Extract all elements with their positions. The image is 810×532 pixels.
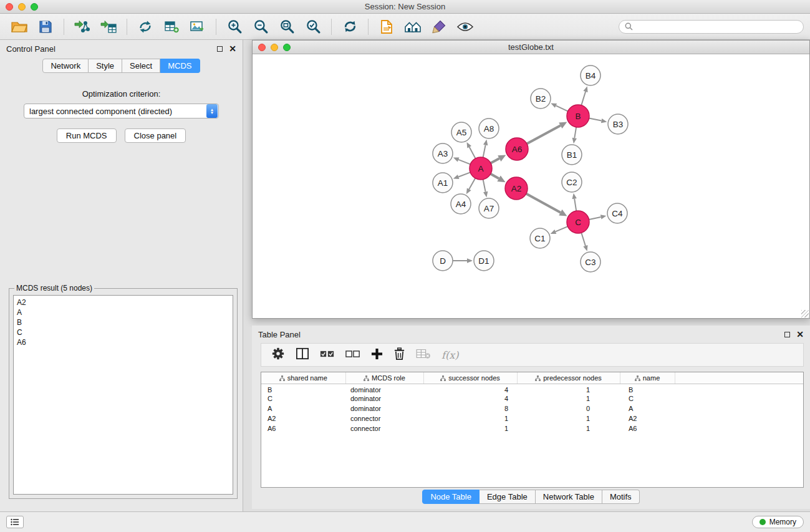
network-edge-A-A5[interactable] — [470, 147, 476, 158]
network-edge-B-B3[interactable] — [589, 118, 602, 121]
tab-node-table[interactable]: Node Table — [422, 490, 480, 504]
tab-motifs[interactable]: Motifs — [602, 490, 640, 504]
close-table-panel-icon[interactable]: ✕ — [796, 331, 804, 338]
network-node-A3[interactable]: A3 — [433, 143, 453, 163]
network-node-B2[interactable]: B2 — [531, 89, 551, 109]
search-input[interactable] — [636, 22, 798, 31]
tab-select[interactable]: Select — [122, 59, 160, 73]
network-edge-A-A8[interactable] — [483, 145, 486, 158]
network-node-C4[interactable]: C4 — [607, 203, 627, 223]
network-node-A5[interactable]: A5 — [451, 122, 471, 142]
network-node-B3[interactable]: B3 — [608, 114, 628, 134]
save-session-button[interactable] — [34, 16, 57, 37]
network-node-A4[interactable]: A4 — [451, 194, 471, 214]
mcds-result-item[interactable]: C — [17, 327, 229, 337]
apply-style-button[interactable] — [428, 16, 450, 37]
select-all-columns-button[interactable] — [320, 349, 335, 361]
network-node-B[interactable]: B — [567, 105, 589, 127]
zoom-fit-button[interactable] — [276, 16, 298, 37]
tab-network[interactable]: Network — [42, 59, 89, 73]
network-edge-A2-C[interactable] — [526, 194, 561, 213]
show-hide-button[interactable] — [454, 16, 476, 37]
delete-column-button[interactable] — [393, 347, 405, 363]
network-edge-B-B2[interactable] — [556, 105, 568, 111]
memory-button[interactable]: Memory — [752, 516, 804, 528]
network-edge-A6-B[interactable] — [527, 125, 561, 143]
network-node-A6[interactable]: A6 — [506, 138, 528, 160]
network-edge-A-A4[interactable] — [469, 178, 475, 190]
network-node-A7[interactable]: A7 — [479, 198, 499, 218]
close-panel-button[interactable]: Close panel — [125, 128, 186, 143]
network-edge-A-A1[interactable] — [458, 172, 470, 177]
network-node-A[interactable]: A — [470, 157, 492, 180]
network-edge-A-A2[interactable] — [491, 174, 499, 179]
refresh-button[interactable] — [339, 16, 361, 37]
table-row[interactable]: Cdominator41C — [261, 394, 803, 404]
criterion-dropdown[interactable]: largest connected component (directed) ▲… — [24, 104, 219, 118]
import-table-button[interactable] — [97, 16, 120, 37]
table-settings-button[interactable] — [271, 347, 285, 363]
resize-grip[interactable] — [801, 310, 809, 317]
close-panel-icon[interactable]: ✕ — [229, 45, 236, 52]
network-node-A1[interactable]: A1 — [433, 173, 453, 193]
network-edge-C-C3[interactable] — [581, 233, 586, 246]
network-node-A2[interactable]: A2 — [505, 177, 528, 200]
column-header-predecessor-nodes[interactable]: predecessor nodes — [517, 372, 620, 384]
network-edge-C-C4[interactable] — [589, 217, 601, 220]
network-node-D[interactable]: D — [433, 251, 453, 271]
add-column-button[interactable] — [371, 348, 383, 362]
network-edge-A-A3[interactable] — [458, 160, 470, 165]
import-network-button[interactable] — [71, 16, 94, 37]
run-mcds-button[interactable]: Run MCDS — [57, 128, 117, 143]
tab-edge-table[interactable]: Edge Table — [480, 490, 536, 504]
network-edge-C-C2[interactable] — [574, 199, 576, 211]
tab-style[interactable]: Style — [89, 59, 122, 73]
network-node-C[interactable]: C — [567, 211, 589, 233]
mcds-result-item[interactable]: B — [17, 317, 229, 327]
zoom-out-button[interactable] — [249, 16, 272, 37]
network-edge-B-B4[interactable] — [581, 92, 586, 105]
network-svg[interactable]: B4B2BB3A5A8A6B1A3AC2A1A2A4A7C4CC1C3DD1 — [253, 55, 809, 318]
function-builder-button[interactable]: f(x) — [441, 349, 458, 361]
float-panel-icon[interactable] — [217, 46, 223, 52]
unselect-all-columns-button[interactable] — [345, 349, 360, 361]
network-node-C2[interactable]: C2 — [562, 172, 582, 192]
column-header-shared-name[interactable]: shared name — [261, 372, 345, 384]
column-header-mcds-role[interactable]: MCDS role — [345, 372, 423, 384]
float-table-panel-icon[interactable] — [784, 332, 790, 337]
network-node-D1[interactable]: D1 — [474, 251, 494, 271]
mcds-result-item[interactable]: A2 — [17, 297, 229, 307]
task-history-button[interactable] — [6, 516, 24, 528]
mcds-result-item[interactable]: A6 — [17, 337, 229, 347]
table-row[interactable]: A6connector11A6 — [261, 423, 803, 433]
table-row[interactable]: Adominator80A — [261, 404, 803, 414]
network-edge-A-A7[interactable] — [483, 180, 486, 192]
tab-mcds[interactable]: MCDS — [160, 59, 200, 73]
column-header-name[interactable]: name — [620, 372, 675, 384]
network-node-C3[interactable]: C3 — [581, 252, 600, 272]
network-from-selection-button[interactable] — [134, 16, 157, 37]
network-node-B1[interactable]: B1 — [562, 145, 582, 165]
mcds-result-item[interactable]: A — [17, 307, 229, 317]
export-image-button[interactable] — [186, 16, 209, 37]
import-style-button[interactable] — [375, 16, 398, 37]
table-row[interactable]: A2connector11A2 — [261, 414, 803, 423]
column-header-successor-nodes[interactable]: successor nodes — [423, 372, 517, 384]
search-box[interactable] — [619, 20, 804, 34]
network-node-A8[interactable]: A8 — [479, 118, 499, 138]
delete-table-button[interactable] — [416, 348, 431, 362]
zoom-selected-button[interactable] — [302, 16, 324, 37]
home-button[interactable] — [402, 16, 424, 37]
network-edge-C-C1[interactable] — [556, 226, 568, 231]
network-edge-A-A6[interactable] — [491, 158, 499, 163]
add-table-button[interactable] — [160, 16, 183, 37]
network-edge-B-B1[interactable] — [574, 127, 576, 138]
open-session-button[interactable] — [8, 16, 31, 37]
show-columns-button[interactable] — [296, 347, 309, 362]
network-node-B4[interactable]: B4 — [581, 65, 600, 85]
network-canvas[interactable]: B4B2BB3A5A8A6B1A3AC2A1A2A4A7C4CC1C3DD1 — [253, 55, 809, 318]
table-row[interactable]: Bdominator41B — [261, 384, 803, 394]
zoom-in-button[interactable] — [223, 16, 246, 37]
network-node-C1[interactable]: C1 — [530, 228, 550, 248]
tab-network-table[interactable]: Network Table — [536, 490, 602, 504]
